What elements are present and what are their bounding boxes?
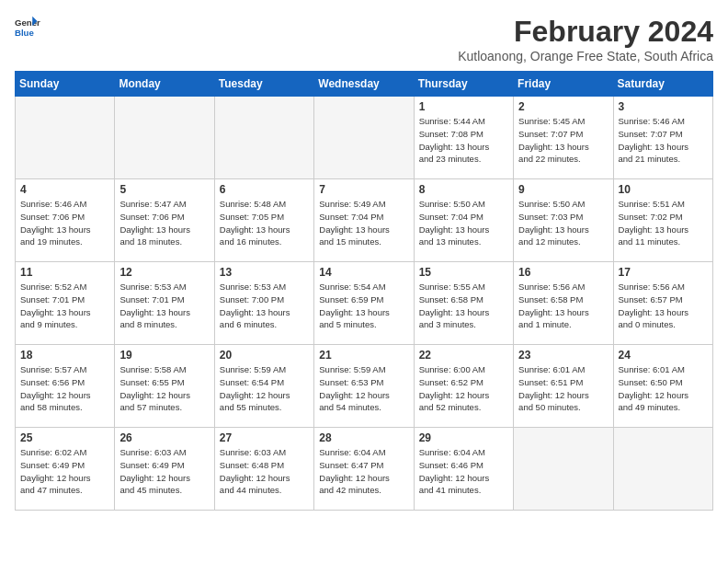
calendar-cell (613, 428, 712, 511)
calendar-cell: 1Sunrise: 5:44 AM Sunset: 7:08 PM Daylig… (414, 97, 513, 179)
calendar-cell: 26Sunrise: 6:03 AM Sunset: 6:49 PM Dayli… (115, 428, 214, 511)
calendar-cell: 21Sunrise: 5:59 AM Sunset: 6:53 PM Dayli… (314, 345, 414, 428)
location: Kutloanong, Orange Free State, South Afr… (458, 49, 713, 63)
calendar-cell (214, 97, 313, 179)
cell-info: Sunrise: 5:50 AM Sunset: 7:04 PM Dayligh… (419, 198, 508, 248)
cell-info: Sunrise: 6:04 AM Sunset: 6:46 PM Dayligh… (419, 446, 508, 497)
cell-info: Sunrise: 6:00 AM Sunset: 6:52 PM Dayligh… (419, 363, 508, 414)
cell-info: Sunrise: 5:56 AM Sunset: 6:57 PM Dayligh… (619, 281, 708, 331)
day-number: 10 (619, 183, 708, 196)
calendar-cell: 13Sunrise: 5:53 AM Sunset: 7:00 PM Dayli… (214, 262, 313, 345)
calendar-cell: 9Sunrise: 5:50 AM Sunset: 7:03 PM Daylig… (514, 179, 613, 262)
cell-info: Sunrise: 5:52 AM Sunset: 7:01 PM Dayligh… (20, 281, 109, 331)
cell-info: Sunrise: 5:53 AM Sunset: 7:00 PM Dayligh… (220, 281, 309, 331)
day-header-saturday: Saturday (613, 72, 712, 97)
cell-info: Sunrise: 5:46 AM Sunset: 7:07 PM Dayligh… (619, 115, 708, 166)
calendar-cell: 18Sunrise: 5:57 AM Sunset: 6:56 PM Dayli… (16, 345, 115, 428)
cell-info: Sunrise: 5:53 AM Sunset: 7:01 PM Dayligh… (119, 281, 209, 331)
cell-info: Sunrise: 5:51 AM Sunset: 7:02 PM Dayligh… (619, 198, 708, 248)
day-header-tuesday: Tuesday (214, 72, 313, 97)
calendar-cell (115, 97, 214, 179)
calendar-cell: 22Sunrise: 6:00 AM Sunset: 6:52 PM Dayli… (414, 345, 513, 428)
day-number: 1 (419, 100, 508, 113)
cell-info: Sunrise: 5:55 AM Sunset: 6:58 PM Dayligh… (419, 281, 508, 331)
calendar-cell (314, 97, 414, 179)
calendar-cell: 12Sunrise: 5:53 AM Sunset: 7:01 PM Dayli… (115, 262, 214, 345)
calendar-week-3: 11Sunrise: 5:52 AM Sunset: 7:01 PM Dayli… (16, 262, 713, 345)
calendar-cell: 4Sunrise: 5:46 AM Sunset: 7:06 PM Daylig… (16, 179, 115, 262)
calendar-cell: 14Sunrise: 5:54 AM Sunset: 6:59 PM Dayli… (314, 262, 414, 345)
calendar-cell: 8Sunrise: 5:50 AM Sunset: 7:04 PM Daylig… (414, 179, 513, 262)
day-number: 16 (518, 266, 608, 279)
day-number: 20 (220, 349, 309, 362)
logo: General Blue (15, 15, 40, 40)
calendar-week-5: 25Sunrise: 6:02 AM Sunset: 6:49 PM Dayli… (16, 428, 713, 511)
day-header-wednesday: Wednesday (314, 72, 414, 97)
calendar-cell: 10Sunrise: 5:51 AM Sunset: 7:02 PM Dayli… (613, 179, 712, 262)
cell-info: Sunrise: 5:59 AM Sunset: 6:53 PM Dayligh… (319, 363, 408, 414)
day-number: 8 (419, 183, 508, 196)
day-number: 7 (319, 183, 408, 196)
day-number: 11 (20, 266, 109, 279)
logo-icon: General Blue (15, 15, 40, 40)
day-number: 27 (220, 431, 309, 444)
day-number: 25 (20, 431, 109, 444)
calendar-cell: 6Sunrise: 5:48 AM Sunset: 7:05 PM Daylig… (214, 179, 313, 262)
day-header-monday: Monday (115, 72, 214, 97)
cell-info: Sunrise: 5:56 AM Sunset: 6:58 PM Dayligh… (518, 281, 608, 331)
calendar-cell: 28Sunrise: 6:04 AM Sunset: 6:47 PM Dayli… (314, 428, 414, 511)
page-header: General Blue February 2024 Kutloanong, O… (15, 15, 713, 63)
calendar-cell: 11Sunrise: 5:52 AM Sunset: 7:01 PM Dayli… (16, 262, 115, 345)
calendar-cell: 23Sunrise: 6:01 AM Sunset: 6:51 PM Dayli… (514, 345, 613, 428)
calendar-body: 1Sunrise: 5:44 AM Sunset: 7:08 PM Daylig… (16, 97, 713, 511)
calendar-cell (514, 428, 613, 511)
cell-info: Sunrise: 6:01 AM Sunset: 6:51 PM Dayligh… (518, 363, 608, 414)
calendar-cell: 20Sunrise: 5:59 AM Sunset: 6:54 PM Dayli… (214, 345, 313, 428)
calendar-cell: 15Sunrise: 5:55 AM Sunset: 6:58 PM Dayli… (414, 262, 513, 345)
calendar-cell: 19Sunrise: 5:58 AM Sunset: 6:55 PM Dayli… (115, 345, 214, 428)
calendar-week-2: 4Sunrise: 5:46 AM Sunset: 7:06 PM Daylig… (16, 179, 713, 262)
calendar-cell: 16Sunrise: 5:56 AM Sunset: 6:58 PM Dayli… (514, 262, 613, 345)
calendar-cell: 7Sunrise: 5:49 AM Sunset: 7:04 PM Daylig… (314, 179, 414, 262)
calendar-week-4: 18Sunrise: 5:57 AM Sunset: 6:56 PM Dayli… (16, 345, 713, 428)
cell-info: Sunrise: 5:50 AM Sunset: 7:03 PM Dayligh… (518, 198, 608, 248)
calendar-header-row: SundayMondayTuesdayWednesdayThursdayFrid… (16, 72, 713, 97)
cell-info: Sunrise: 5:49 AM Sunset: 7:04 PM Dayligh… (319, 198, 408, 248)
calendar-cell: 17Sunrise: 5:56 AM Sunset: 6:57 PM Dayli… (613, 262, 712, 345)
day-number: 2 (518, 100, 608, 113)
day-number: 24 (619, 349, 708, 362)
cell-info: Sunrise: 5:54 AM Sunset: 6:59 PM Dayligh… (319, 281, 408, 331)
cell-info: Sunrise: 6:03 AM Sunset: 6:49 PM Dayligh… (119, 446, 209, 497)
day-number: 13 (220, 266, 309, 279)
day-number: 3 (619, 100, 708, 113)
cell-info: Sunrise: 5:59 AM Sunset: 6:54 PM Dayligh… (220, 363, 309, 414)
day-number: 26 (119, 431, 209, 444)
calendar-cell: 2Sunrise: 5:45 AM Sunset: 7:07 PM Daylig… (514, 97, 613, 179)
calendar-cell: 5Sunrise: 5:47 AM Sunset: 7:06 PM Daylig… (115, 179, 214, 262)
calendar-cell: 24Sunrise: 6:01 AM Sunset: 6:50 PM Dayli… (613, 345, 712, 428)
cell-info: Sunrise: 5:45 AM Sunset: 7:07 PM Dayligh… (518, 115, 608, 166)
day-number: 12 (119, 266, 209, 279)
day-number: 23 (518, 349, 608, 362)
cell-info: Sunrise: 5:58 AM Sunset: 6:55 PM Dayligh… (119, 363, 209, 414)
day-number: 22 (419, 349, 508, 362)
cell-info: Sunrise: 6:04 AM Sunset: 6:47 PM Dayligh… (319, 446, 408, 497)
svg-text:General: General (15, 17, 40, 28)
cell-info: Sunrise: 6:01 AM Sunset: 6:50 PM Dayligh… (619, 363, 708, 414)
cell-info: Sunrise: 5:47 AM Sunset: 7:06 PM Dayligh… (119, 198, 209, 248)
day-number: 4 (20, 183, 109, 196)
day-number: 21 (319, 349, 408, 362)
cell-info: Sunrise: 6:03 AM Sunset: 6:48 PM Dayligh… (220, 446, 309, 497)
month-year: February 2024 (458, 15, 713, 49)
day-number: 14 (319, 266, 408, 279)
cell-info: Sunrise: 5:48 AM Sunset: 7:05 PM Dayligh… (220, 198, 309, 248)
calendar-cell: 3Sunrise: 5:46 AM Sunset: 7:07 PM Daylig… (613, 97, 712, 179)
cell-info: Sunrise: 5:44 AM Sunset: 7:08 PM Dayligh… (419, 115, 508, 166)
day-header-thursday: Thursday (414, 72, 513, 97)
day-header-friday: Friday (514, 72, 613, 97)
day-number: 15 (419, 266, 508, 279)
calendar-cell: 29Sunrise: 6:04 AM Sunset: 6:46 PM Dayli… (414, 428, 513, 511)
day-number: 17 (619, 266, 708, 279)
day-number: 28 (319, 431, 408, 444)
calendar-cell: 27Sunrise: 6:03 AM Sunset: 6:48 PM Dayli… (214, 428, 313, 511)
